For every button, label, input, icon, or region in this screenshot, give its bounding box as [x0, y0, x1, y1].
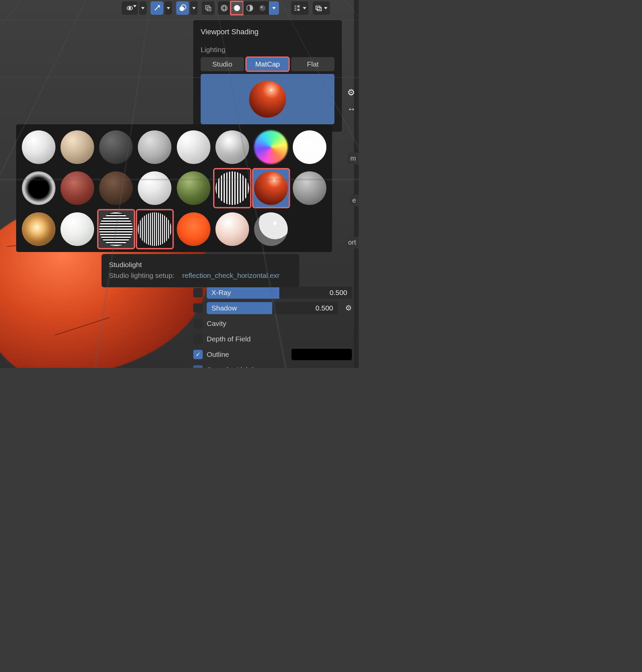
matcap-option[interactable] — [20, 169, 57, 208]
shadow-slider[interactable]: Shadow 0.500 — [207, 302, 338, 314]
sphere-icon — [99, 171, 133, 205]
shadow-label: Shadow — [211, 304, 237, 312]
display-mode-button[interactable] — [312, 1, 330, 15]
xray-value: 0.500 — [330, 289, 347, 297]
matcap-option[interactable] — [175, 169, 212, 208]
settings-icon[interactable]: ⚙ — [347, 87, 356, 98]
sphere-icon — [99, 130, 133, 164]
visibility-dropdown[interactable] — [139, 1, 146, 15]
matcap-option[interactable] — [20, 128, 57, 167]
right-peek-text: m — [348, 153, 359, 164]
lighting-tab-studio[interactable]: Studio — [201, 57, 244, 71]
svg-point-9 — [234, 5, 240, 11]
matcap-option[interactable] — [20, 210, 57, 249]
outline-label: Outline — [207, 350, 229, 359]
sphere-icon — [216, 171, 249, 205]
svg-rect-16 — [298, 9, 299, 10]
sphere-icon — [254, 171, 288, 205]
object-visibility-button[interactable] — [122, 1, 138, 15]
sphere-icon — [61, 171, 94, 205]
specular-label: Specular Lighting — [207, 366, 261, 368]
tooltip-heading: Studiolight — [109, 259, 292, 270]
sphere-icon — [254, 130, 288, 164]
matcap-option-stripes[interactable] — [214, 169, 251, 208]
sphere-icon — [22, 130, 55, 164]
svg-rect-4 — [206, 6, 209, 9]
dof-checkbox[interactable] — [193, 334, 203, 344]
sphere-icon — [216, 212, 249, 246]
lighting-tab-flat[interactable]: Flat — [291, 57, 334, 71]
xray-slider[interactable]: X-Ray 0.500 — [207, 287, 352, 299]
dof-label: Depth of Field — [207, 335, 251, 343]
lighting-tab-matcap[interactable]: MatCap — [246, 57, 290, 71]
sphere-icon — [99, 212, 133, 246]
sphere-icon — [216, 130, 249, 164]
specular-checkbox[interactable]: ✓ — [193, 365, 203, 368]
gizmo-dropdown[interactable] — [165, 1, 172, 15]
matcap-option[interactable] — [214, 210, 251, 249]
lighting-label: Lighting — [201, 46, 334, 54]
shadow-settings-icon[interactable]: ⚙ — [345, 304, 352, 312]
sphere-icon — [177, 130, 210, 164]
matcap-option[interactable] — [98, 169, 134, 208]
matcap-option[interactable] — [175, 210, 212, 249]
matcap-option[interactable] — [292, 128, 328, 167]
sphere-icon — [254, 212, 288, 246]
matcap-option[interactable] — [292, 169, 328, 208]
gizmo-toggle-button[interactable] — [151, 1, 163, 15]
editor-type-button[interactable] — [291, 1, 309, 15]
tab-label: Flat — [307, 60, 319, 68]
right-peek-text: ort — [346, 236, 359, 248]
matcap-current-preview[interactable] — [201, 74, 334, 124]
viewport-shading-popover: Viewport Shading Lighting Studio MatCap … — [193, 20, 342, 132]
matcap-option[interactable] — [214, 128, 251, 167]
xray-checkbox[interactable] — [193, 288, 203, 297]
matcap-option-reflection-vertical[interactable] — [137, 210, 173, 249]
sphere-icon — [293, 171, 326, 205]
matcap-option[interactable] — [98, 128, 134, 167]
sphere-icon — [293, 130, 326, 164]
matcap-option[interactable] — [137, 128, 173, 167]
svg-rect-15 — [298, 6, 299, 7]
svg-point-7 — [221, 7, 227, 9]
lighting-tabs: Studio MatCap Flat — [201, 57, 334, 71]
cavity-label: Cavity — [207, 320, 226, 327]
flip-horizontal-icon[interactable]: ↔ — [347, 104, 356, 114]
svg-point-6 — [221, 5, 227, 11]
shading-wireframe-button[interactable] — [218, 1, 231, 15]
sphere-icon — [138, 130, 171, 164]
sphere-icon — [61, 130, 94, 164]
tab-label: Studio — [213, 60, 233, 68]
sphere-icon — [22, 212, 55, 246]
xray-label: X-Ray — [211, 289, 231, 297]
right-peek-text: e — [349, 195, 359, 206]
sphere-icon — [138, 171, 171, 205]
shadow-checkbox[interactable] — [193, 303, 203, 313]
matcap-tooltip: Studiolight Studio lighting setup: refle… — [102, 254, 299, 287]
matcap-option-selected[interactable] — [253, 169, 290, 208]
overlay-toggle-button[interactable] — [176, 1, 189, 15]
matcap-option[interactable] — [253, 128, 290, 167]
xray-toggle-button[interactable] — [202, 1, 215, 15]
matcap-option[interactable] — [175, 128, 212, 167]
cavity-checkbox[interactable] — [193, 319, 203, 328]
outline-color-swatch[interactable] — [292, 349, 352, 360]
matcap-sphere-preview — [249, 81, 286, 118]
sphere-icon — [138, 212, 171, 246]
shading-solid-button[interactable] — [231, 1, 243, 15]
matcap-option[interactable] — [253, 210, 290, 249]
matcap-option[interactable] — [59, 128, 95, 167]
matcap-option[interactable] — [59, 169, 95, 208]
outline-checkbox[interactable]: ✓ — [193, 350, 203, 359]
shading-options: X-Ray 0.500 Shadow 0.500 ⚙ Cavity Depth … — [193, 285, 352, 368]
matcap-option[interactable] — [59, 210, 95, 249]
matcap-option-reflection-horizontal[interactable] — [98, 210, 134, 249]
matcap-picker-grid — [16, 124, 332, 252]
shading-dropdown-button[interactable] — [269, 1, 279, 15]
shading-material-button[interactable] — [243, 1, 256, 15]
overlay-dropdown[interactable] — [190, 1, 198, 15]
shading-rendered-button[interactable] — [256, 1, 269, 15]
svg-point-14 — [260, 6, 262, 8]
matcap-option[interactable] — [137, 169, 173, 208]
svg-point-13 — [259, 5, 266, 11]
